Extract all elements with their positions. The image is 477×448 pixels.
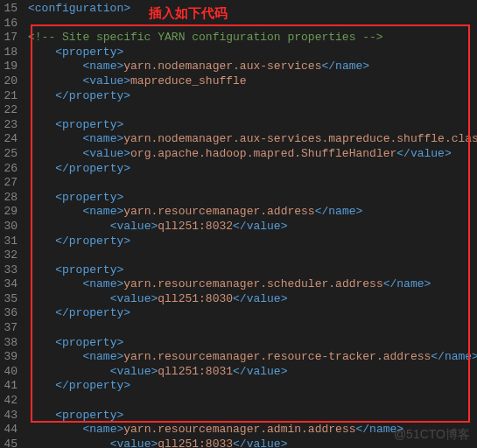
line-number: 21 <box>4 89 18 104</box>
line-number: 17 <box>4 31 18 46</box>
line-number: 24 <box>4 132 18 147</box>
code-line: </property> <box>28 162 477 177</box>
line-number: 43 <box>4 409 18 424</box>
code-line: </property> <box>28 234 477 249</box>
line-number: 20 <box>4 74 18 89</box>
code-line: <!-- Site specific YARN configuration pr… <box>28 31 477 46</box>
line-number: 36 <box>4 306 18 321</box>
code-line: <property> <box>28 46 477 60</box>
line-number: 40 <box>4 365 18 380</box>
code-line: <value>mapreduce_shuffle <box>28 74 477 89</box>
line-number: 30 <box>4 220 18 234</box>
line-number: 35 <box>4 292 18 307</box>
line-number: 27 <box>4 176 18 191</box>
code-line: <property> <box>28 191 477 206</box>
code-line: <property> <box>28 336 477 351</box>
code-line: <configuration> <box>28 2 477 17</box>
line-number: 29 <box>4 205 18 220</box>
code-line: <property> <box>28 263 477 278</box>
line-number: 16 <box>4 17 18 32</box>
code-line: <name>yarn.resourcemanager.address</name… <box>28 205 477 220</box>
line-number: 42 <box>4 394 18 409</box>
code-line <box>28 321 477 336</box>
code-line: <name>yarn.resourcemanager.resource-trac… <box>28 350 477 365</box>
code-line: <property> <box>28 118 477 133</box>
code-line <box>28 103 477 118</box>
line-number: 33 <box>4 263 18 278</box>
line-number-gutter: 1516171819202122232425262728293031323334… <box>0 0 25 448</box>
code-line: <value>qll251:8032</value> <box>28 220 477 234</box>
line-number: 38 <box>4 336 18 351</box>
code-line <box>28 394 477 409</box>
code-line: <property> <box>28 409 477 424</box>
line-number: 39 <box>4 350 18 365</box>
line-number: 25 <box>4 147 18 162</box>
code-editor: 1516171819202122232425262728293031323334… <box>0 0 477 448</box>
line-number: 31 <box>4 234 18 249</box>
code-area[interactable]: <configuration> <!-- Site specific YARN … <box>25 0 477 448</box>
code-line: <name>yarn.resourcemanager.scheduler.add… <box>28 277 477 292</box>
line-number: 18 <box>4 46 18 60</box>
line-number: 41 <box>4 379 18 394</box>
code-line: </property> <box>28 306 477 321</box>
code-line: </property> <box>28 379 477 394</box>
line-number: 34 <box>4 277 18 292</box>
line-number: 44 <box>4 423 18 438</box>
line-number: 15 <box>4 2 18 17</box>
line-number: 23 <box>4 118 18 133</box>
code-line: </property> <box>28 89 477 104</box>
code-line: <value>qll251:8031</value> <box>28 365 477 380</box>
code-line <box>28 248 477 263</box>
code-line: <value>org.apache.hadoop.mapred.ShuffleH… <box>28 147 477 162</box>
line-number: 32 <box>4 248 18 263</box>
line-number: 28 <box>4 191 18 206</box>
line-number: 26 <box>4 162 18 177</box>
line-number: 45 <box>4 438 18 448</box>
code-line <box>28 176 477 191</box>
code-line <box>28 17 477 32</box>
line-number: 37 <box>4 321 18 336</box>
annotation-label: 插入如下代码 <box>149 4 228 21</box>
line-number: 19 <box>4 60 18 74</box>
code-line: <value>qll251:8030</value> <box>28 292 477 307</box>
code-line: <name>yarn.nodemanager.aux-services</nam… <box>28 60 477 74</box>
watermark: @51CTO博客 <box>394 427 470 443</box>
line-number: 22 <box>4 103 18 118</box>
code-line: <name>yarn.nodemanager.aux-services.mapr… <box>28 132 477 147</box>
